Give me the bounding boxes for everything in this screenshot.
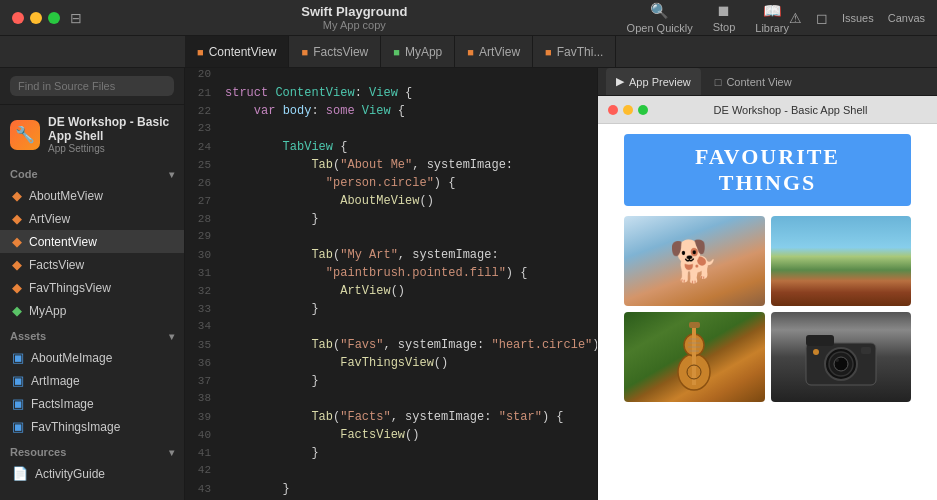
code-line-42: 42 — [185, 464, 597, 482]
section-assets[interactable]: Assets ▾ — [0, 322, 184, 346]
code-line-37: 37 } — [185, 374, 597, 392]
close-button[interactable] — [12, 12, 24, 24]
maximize-button[interactable] — [48, 12, 60, 24]
code-line-40: 40 FactsView() — [185, 428, 597, 446]
stop-button[interactable]: ⏹ Stop — [713, 2, 736, 33]
factsview-icon: ■ — [301, 46, 308, 58]
photo-grid — [624, 216, 911, 402]
sidebar-item-myapp[interactable]: ◆ MyApp — [0, 299, 184, 322]
app-subtitle: My App copy — [323, 19, 386, 31]
sidebar: 🔧 DE Workshop - Basic App Shell App Sett… — [0, 68, 185, 500]
aboutmeimage-icon: ▣ — [12, 350, 24, 365]
tab-artview[interactable]: ■ ArtView — [455, 36, 533, 67]
favthingsimage-label: FavThingsImage — [31, 420, 120, 434]
library-button[interactable]: 📖 Library — [755, 2, 789, 34]
code-editor[interactable]: 20 21struct ContentView: View { 22 var b… — [185, 68, 597, 500]
canvas-button[interactable]: ◻ — [816, 10, 828, 26]
code-line-38: 38 — [185, 392, 597, 410]
sidebar-item-artview[interactable]: ◆ ArtView — [0, 207, 184, 230]
project-name: DE Workshop - Basic App Shell — [48, 115, 174, 143]
tab-myapp[interactable]: ■ MyApp — [381, 36, 455, 67]
fav-title-text: Favourite Things — [695, 144, 840, 195]
section-resources-arrow: ▾ — [169, 447, 174, 458]
artimage-icon: ▣ — [12, 373, 24, 388]
preview-window: DE Workshop - Basic App Shell Favourite … — [598, 96, 937, 500]
tab-content-view[interactable]: □ Content View — [705, 68, 802, 95]
activityguide-label: ActivityGuide — [35, 467, 105, 481]
tab-factsview[interactable]: ■ FactsView — [289, 36, 381, 67]
sidebar-item-favthingsimage[interactable]: ▣ FavThingsImage — [0, 415, 184, 438]
content-view-label: Content View — [726, 76, 791, 88]
sidebar-item-favthingsview[interactable]: ◆ FavThingsView — [0, 276, 184, 299]
sidebar-item-factsview[interactable]: ◆ FactsView — [0, 253, 184, 276]
factsview-file-icon: ◆ — [12, 257, 22, 272]
camera-svg — [801, 325, 881, 390]
favthingsview-icon: ◆ — [12, 280, 22, 295]
svg-rect-15 — [861, 347, 871, 354]
project-desc: App Settings — [48, 143, 174, 154]
contentview-icon: ■ — [197, 46, 204, 58]
main-content: 🔧 DE Workshop - Basic App Shell App Sett… — [0, 68, 937, 500]
library-icon: 📖 — [763, 2, 782, 20]
title-bar: ⊟ Swift Playground My App copy 🔍 Open Qu… — [0, 0, 937, 36]
artimage-label: ArtImage — [31, 374, 80, 388]
title-center: Swift Playground My App copy — [82, 4, 627, 31]
code-line-30: 30 Tab("My Art", systemImage: — [185, 248, 597, 266]
issues-button[interactable]: ⚠ — [789, 10, 802, 26]
sidebar-item-activityguide[interactable]: 📄 ActivityGuide — [0, 462, 184, 485]
pw-close — [608, 105, 618, 115]
content-view-icon: □ — [715, 76, 722, 88]
code-line-36: 36 FavThingsView() — [185, 356, 597, 374]
project-info: DE Workshop - Basic App Shell App Settin… — [48, 115, 174, 154]
canvas-label: Canvas — [888, 12, 925, 24]
title-right-icons: ⚠ ◻ Issues Canvas — [789, 10, 925, 26]
favthingsimage-icon: ▣ — [12, 419, 24, 434]
tab-favthi-label: FavThi... — [557, 45, 604, 59]
minimize-button[interactable] — [30, 12, 42, 24]
factsview-file-label: FactsView — [29, 258, 84, 272]
tab-myapp-label: MyApp — [405, 45, 442, 59]
factsimage-label: FactsImage — [31, 397, 94, 411]
sidebar-item-factsimage[interactable]: ▣ FactsImage — [0, 392, 184, 415]
section-resources[interactable]: Resources ▾ — [0, 438, 184, 462]
tab-favthi[interactable]: ■ FavThi... — [533, 36, 616, 67]
preview-panel: ▶ App Preview □ Content View DE Workshop… — [597, 68, 937, 500]
myapp-file-label: MyApp — [29, 304, 66, 318]
preview-window-bar: DE Workshop - Basic App Shell — [598, 96, 937, 124]
code-line-23: 23 — [185, 122, 597, 140]
tab-contentview[interactable]: ■ ContentView — [185, 36, 289, 67]
sidebar-item-artimage[interactable]: ▣ ArtImage — [0, 369, 184, 392]
aboutmeview-icon: ◆ — [12, 188, 22, 203]
svg-point-16 — [813, 349, 819, 355]
sidebar-item-aboutmeimage[interactable]: ▣ AboutMeImage — [0, 346, 184, 369]
section-assets-arrow: ▾ — [169, 331, 174, 342]
app-preview-icon: ▶ — [616, 75, 624, 88]
stop-label: Stop — [713, 21, 736, 33]
tabs-bar: ■ ContentView ■ FactsView ■ MyApp ■ ArtV… — [0, 36, 937, 68]
title-actions: 🔍 Open Quickly ⏹ Stop 📖 Library — [627, 2, 789, 34]
code-line-20: 20 — [185, 68, 597, 86]
tab-app-preview[interactable]: ▶ App Preview — [606, 68, 701, 95]
svg-rect-3 — [689, 322, 700, 328]
section-resources-label: Resources — [10, 446, 66, 458]
code-line-25: 25 Tab("About Me", systemImage: — [185, 158, 597, 176]
open-quickly-label: Open Quickly — [627, 22, 693, 34]
sidebar-item-aboutmeview[interactable]: ◆ AboutMeView — [0, 184, 184, 207]
code-line-43: 43 } — [185, 482, 597, 500]
contentview-file-label: ContentView — [29, 235, 97, 249]
photo-canoe — [771, 216, 912, 306]
sidebar-item-contentview[interactable]: ◆ ContentView — [0, 230, 184, 253]
section-code-arrow: ▾ — [169, 169, 174, 180]
activityguide-icon: 📄 — [12, 466, 28, 481]
aboutmeimage-label: AboutMeImage — [31, 351, 112, 365]
fav-title-bar: Favourite Things — [624, 134, 911, 206]
section-code[interactable]: Code ▾ — [0, 160, 184, 184]
tab-factsview-label: FactsView — [313, 45, 368, 59]
sidebar-toggle[interactable]: ⊟ — [70, 10, 82, 26]
code-line-33: 33 } — [185, 302, 597, 320]
open-quickly-button[interactable]: 🔍 Open Quickly — [627, 2, 693, 34]
section-assets-label: Assets — [10, 330, 46, 342]
app-title: Swift Playground — [301, 4, 407, 19]
search-input[interactable] — [10, 76, 174, 96]
artview-icon: ■ — [467, 46, 474, 58]
